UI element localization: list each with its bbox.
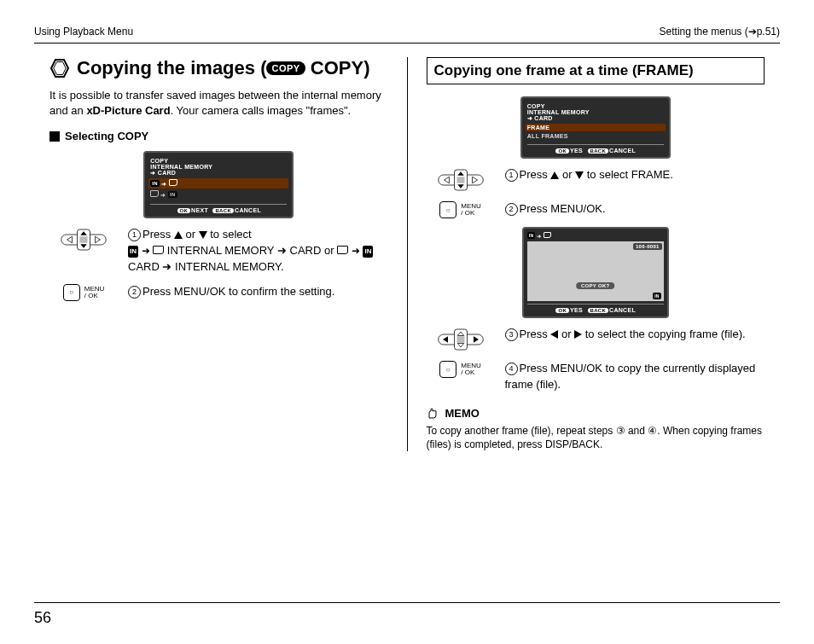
memo-label: MEMO [445, 407, 480, 420]
copy-badge-icon: COPY [266, 61, 305, 75]
dpad-horizontal-icon [430, 327, 491, 352]
square-bullet-icon [49, 131, 60, 142]
menu-ok-button-icon: ○MENU/ OK [439, 201, 481, 218]
heading-right: Copying one frame at a time (FRAME) [427, 57, 765, 84]
hex-bullet-icon [49, 58, 70, 78]
dpad-vertical-icon [430, 167, 491, 193]
menu-ok-button-icon: ○ MENU/ OK [63, 284, 105, 301]
menu-ok-button-icon: ○MENU/ OK [439, 361, 481, 378]
r-step4-text: 4Press MENU/OK to copy the currently dis… [505, 361, 765, 393]
up-icon [174, 231, 183, 239]
down-icon [575, 171, 584, 179]
svg-marker-1 [54, 62, 66, 75]
subhead-selecting-copy: Selecting COPY [65, 130, 148, 142]
svg-rect-15 [456, 177, 464, 183]
intro-text: It is possible to transfer saved images … [49, 88, 388, 118]
header-left: Using Playback Menu [34, 26, 133, 38]
right-column: Copying one frame at a time (FRAME) COPY… [411, 57, 781, 451]
page-number: 56 [34, 609, 51, 627]
r-step3-text: 3Press or to select the copying frame (f… [505, 327, 746, 343]
left-icon [550, 330, 558, 339]
up-icon [550, 171, 559, 179]
lcd-screen-copy-menu: COPY INTERNAL MEMORY ➜ CARD IN ➜ ➜ IN OK… [143, 151, 294, 218]
header-right: Setting the menus (➔p.51) [660, 26, 780, 38]
down-icon [199, 231, 207, 239]
column-divider [407, 57, 408, 451]
lcd-screen-copy-ok: IN ➜ 100-0001 COPY OK? IN OKYES BACKCANC… [522, 227, 669, 318]
lcd-screen-frame-menu: COPY INTERNAL MEMORY ➜ CARD FRAME ALL FR… [520, 96, 671, 159]
memo-text: To copy another frame (file), repeat ste… [427, 424, 765, 451]
step2-text: 2Press MENU/OK to confirm the setting. [128, 284, 334, 300]
dpad-vertical-icon [53, 227, 114, 252]
lcd-highlighted-row: IN ➜ [148, 178, 288, 189]
left-column: Copying the images (COPY COPY) It is pos… [34, 57, 404, 451]
svg-rect-8 [80, 236, 88, 243]
heading-left: Copying the images (COPY COPY) [77, 57, 369, 79]
right-icon [574, 330, 582, 339]
r-step2-text: 2Press MENU/OK. [505, 201, 606, 218]
svg-rect-22 [456, 336, 464, 343]
step1-text: 1Press or to select IN ➜ INTERNAL MEMORY… [128, 227, 388, 276]
r-step1-text: 1Press or to select FRAME. [505, 167, 673, 183]
memo-hand-icon [427, 407, 440, 421]
